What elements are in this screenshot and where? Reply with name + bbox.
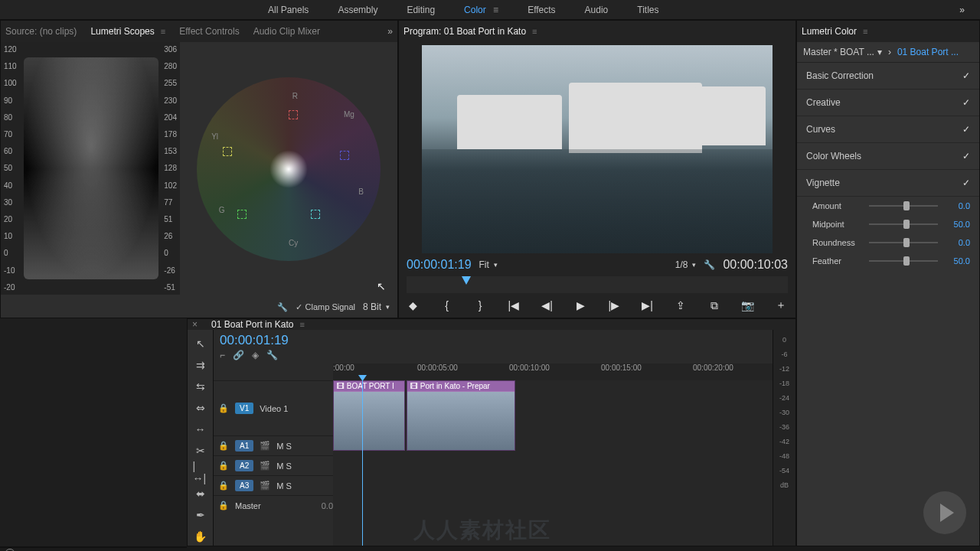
- razor-tool-icon[interactable]: ✂: [193, 443, 208, 458]
- step-back-icon[interactable]: ◀|: [541, 299, 554, 311]
- workspace-audio[interactable]: Audio: [585, 5, 609, 15]
- track-v1-header[interactable]: 🔒 V1 Video 1: [214, 380, 333, 435]
- source-panel: Source: (no clips) Lumetri Scopes≡ Effec…: [0, 20, 398, 318]
- workspace-editing[interactable]: Editing: [407, 5, 435, 15]
- bracket-out-icon[interactable]: }: [473, 299, 487, 311]
- workspace-effects[interactable]: Effects: [528, 5, 555, 15]
- marker-icon[interactable]: ◈: [252, 350, 259, 360]
- selection-tool-icon[interactable]: ↖: [193, 336, 208, 351]
- slider-roundness[interactable]: Roundness0.0: [797, 233, 979, 252]
- track-master-header[interactable]: 🔒Master0.0: [214, 495, 333, 515]
- resolution-select[interactable]: 1/8: [675, 259, 697, 270]
- bit-depth-select[interactable]: 8 Bit: [363, 302, 390, 312]
- slide-tool-icon[interactable]: ⬌: [193, 486, 208, 501]
- track-a2-header[interactable]: 🔒A2🎬M S: [214, 455, 333, 475]
- slider-feather[interactable]: Feather50.0: [797, 252, 979, 270]
- wrench-icon[interactable]: 🔧: [704, 259, 715, 270]
- check-icon[interactable]: ✓: [962, 70, 970, 81]
- tab-media-browser[interactable]: a Browser: [5, 547, 47, 548]
- project-panel: a Browser Libraries≡ Info » ▾ ▦ ☰ Search…: [0, 546, 187, 548]
- bracket-in-icon[interactable]: {: [440, 299, 454, 311]
- slip-tool-icon[interactable]: |↔|: [193, 465, 208, 480]
- tab-overflow-button[interactable]: »: [176, 547, 181, 548]
- timeline-ruler[interactable]: :00:00 00:00:05:00 00:00:10:00 00:00:15:…: [333, 364, 773, 380]
- tab-lumetri-color[interactable]: Lumetri Color: [802, 26, 857, 37]
- clip-boat-port[interactable]: 🎞 BOAT PORT I: [333, 380, 405, 451]
- section-curves[interactable]: Curves✓: [797, 116, 979, 143]
- track-a1-header[interactable]: 🔒A1🎬M S: [214, 435, 333, 455]
- audio-meter: 0-6-12-18-24-30-36-42-48-54dB: [773, 330, 795, 546]
- section-creative[interactable]: Creative✓: [797, 90, 979, 116]
- chevron-down-icon[interactable]: ▾: [877, 47, 882, 57]
- step-forward-icon[interactable]: |▶: [607, 299, 621, 311]
- sequence-tab[interactable]: 01 Boat Port in Kato: [211, 319, 293, 330]
- slider-midpoint[interactable]: Midpoint50.0: [797, 215, 979, 233]
- section-vignette[interactable]: Vignette✓: [797, 170, 979, 197]
- clip-port-in-kato[interactable]: 🎞 Port in Kato - Prepar: [407, 380, 515, 451]
- timeline-track-area[interactable]: 🎞 BOAT PORT I 🎞 Port in Kato - Prepar: [333, 380, 773, 546]
- section-color-wheels[interactable]: Color Wheels✓: [797, 143, 979, 170]
- button-editor-icon[interactable]: ＋: [774, 299, 788, 311]
- rate-stretch-tool-icon[interactable]: ↔: [193, 422, 208, 437]
- tab-effect-controls[interactable]: Effect Controls: [179, 26, 239, 37]
- ripple-edit-tool-icon[interactable]: ⇆: [193, 379, 208, 394]
- hamburger-icon[interactable]: ≡: [299, 320, 304, 329]
- tab-lumetri-scopes[interactable]: Lumetri Scopes: [90, 26, 154, 37]
- rolling-edit-tool-icon[interactable]: ⇔: [193, 400, 208, 416]
- extract-icon[interactable]: ⧉: [707, 299, 721, 311]
- lumetri-master-clip[interactable]: Master * BOAT ...: [803, 47, 874, 57]
- hamburger-icon[interactable]: ≡: [491, 5, 498, 15]
- tab-libraries[interactable]: Libraries: [60, 547, 96, 548]
- play-icon[interactable]: ▶: [573, 299, 587, 311]
- pen-tool-icon[interactable]: ✒: [193, 507, 208, 523]
- big-play-overlay-icon[interactable]: [923, 491, 966, 534]
- track-select-tool-icon[interactable]: ⇉: [193, 357, 208, 373]
- luma-scale-right: 3062802552302041781531281027751260-26-51: [164, 42, 177, 295]
- check-icon[interactable]: ✓: [962, 124, 970, 135]
- lock-icon[interactable]: 🔒: [218, 441, 229, 451]
- hamburger-icon[interactable]: ≡: [863, 27, 867, 36]
- mark-in-icon[interactable]: ◆: [407, 299, 420, 311]
- lumetri-sequence-link[interactable]: 01 Boat Port ...: [897, 47, 959, 57]
- program-timecode-current[interactable]: 00:00:01:19: [407, 258, 472, 272]
- tab-overflow-button[interactable]: »: [387, 26, 393, 37]
- close-tab-icon[interactable]: ×: [192, 319, 198, 330]
- snap-icon[interactable]: ⌐: [220, 350, 225, 360]
- section-basic-correction[interactable]: Basic Correction✓: [797, 63, 979, 90]
- go-to-in-icon[interactable]: |◀: [507, 299, 521, 311]
- settings-icon[interactable]: 🔧: [266, 350, 278, 360]
- track-a3-header[interactable]: 🔒A3🎬M S: [214, 475, 333, 495]
- hamburger-icon[interactable]: ≡: [161, 27, 165, 36]
- workspace-color[interactable]: Color ≡: [464, 5, 498, 15]
- lock-icon[interactable]: 🔒: [218, 461, 229, 471]
- linked-selection-icon[interactable]: 🔗: [233, 350, 244, 360]
- hand-tool-icon[interactable]: ✋: [193, 529, 208, 544]
- playhead[interactable]: [362, 380, 363, 546]
- tab-info[interactable]: Info: [120, 547, 136, 548]
- program-video-frame[interactable]: [422, 45, 773, 253]
- zoom-fit-select[interactable]: Fit: [479, 259, 498, 270]
- check-icon[interactable]: ✓: [962, 178, 970, 188]
- workspace-bar: All Panels Assembly Editing Color ≡ Effe…: [0, 0, 980, 20]
- clamp-signal-toggle[interactable]: Clamp Signal: [296, 302, 355, 312]
- check-icon[interactable]: ✓: [962, 97, 970, 108]
- wrench-icon[interactable]: 🔧: [277, 302, 288, 312]
- timeline-timecode[interactable]: 00:00:01:19: [220, 333, 289, 348]
- workspace-overflow-button[interactable]: »: [959, 5, 965, 15]
- workspace-titles[interactable]: Titles: [637, 5, 658, 15]
- check-icon[interactable]: ✓: [962, 151, 970, 161]
- go-to-out-icon[interactable]: ▶|: [641, 299, 655, 311]
- tab-source[interactable]: Source: (no clips): [5, 26, 77, 37]
- program-mini-timeline[interactable]: [407, 276, 788, 293]
- lock-icon[interactable]: 🔒: [218, 500, 229, 510]
- lock-icon[interactable]: 🔒: [218, 403, 229, 413]
- workspace-all-panels[interactable]: All Panels: [268, 5, 309, 15]
- program-tab[interactable]: Program: 01 Boat Port in Kato: [403, 26, 526, 37]
- lock-icon[interactable]: 🔒: [218, 481, 229, 491]
- workspace-assembly[interactable]: Assembly: [338, 5, 377, 15]
- tab-audio-clip-mixer[interactable]: Audio Clip Mixer: [253, 26, 320, 37]
- hamburger-icon[interactable]: ≡: [532, 27, 537, 36]
- lift-icon[interactable]: ⇪: [674, 299, 688, 311]
- slider-amount[interactable]: Amount0.0: [797, 197, 979, 215]
- export-frame-icon[interactable]: 📷: [741, 299, 755, 311]
